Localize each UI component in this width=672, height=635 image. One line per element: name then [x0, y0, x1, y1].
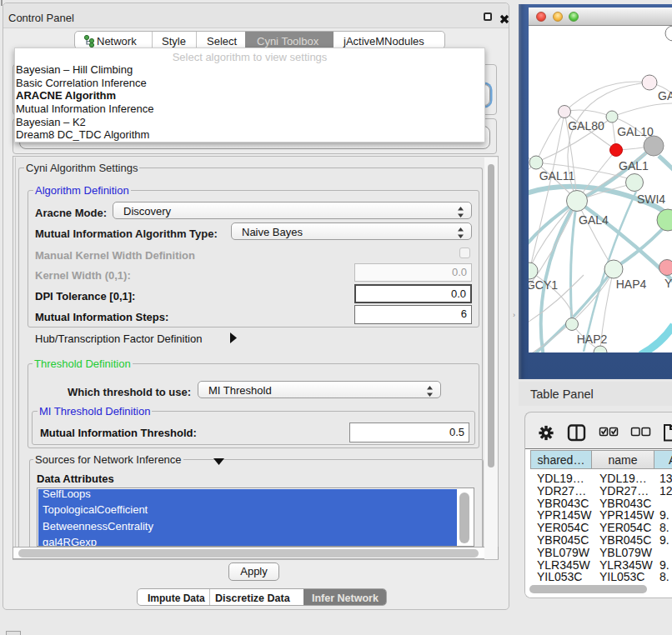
svg-text:GAL4: GAL4: [579, 213, 609, 227]
svg-text:Y: Y: [664, 277, 672, 290]
svg-text:GAL7: GAL7: [658, 89, 672, 102]
svg-text:HAP4: HAP4: [616, 278, 647, 291]
svg-text:GAL10: GAL10: [617, 125, 654, 138]
svg-text:GAL80: GAL80: [568, 119, 604, 132]
svg-text:HAP2: HAP2: [577, 332, 608, 346]
svg-text:GCY1: GCY1: [529, 278, 558, 292]
svg-text:SWI4: SWI4: [637, 192, 665, 206]
svg-text:GAL11: GAL11: [539, 169, 575, 182]
svg-text:GAL1: GAL1: [619, 159, 649, 172]
